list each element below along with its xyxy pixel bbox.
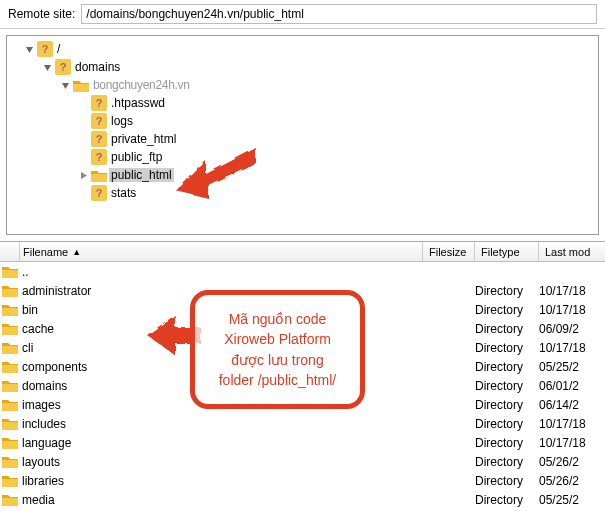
cell-filename: ..: [20, 265, 423, 279]
list-row[interactable]: librariesDirectory05/26/2: [0, 471, 605, 490]
cell-filename: language: [20, 436, 423, 450]
tree-label: public_html: [109, 168, 174, 182]
cell-lastmod: 06/01/2: [539, 379, 605, 393]
tree-row-private-html[interactable]: ? private_html: [7, 130, 598, 148]
cell-filetype: Directory: [475, 379, 539, 393]
list-row[interactable]: includesDirectory10/17/18: [0, 414, 605, 433]
col-icon-header[interactable]: [0, 242, 20, 261]
unknown-folder-icon: ?: [91, 131, 107, 147]
tree-row-host[interactable]: bongchuyen24h.vn: [7, 76, 598, 94]
sort-asc-icon: ▲: [72, 247, 81, 257]
col-filename-header[interactable]: Filename ▲: [20, 242, 423, 261]
folder-icon: [0, 455, 20, 468]
tree-label: domains: [73, 60, 122, 74]
col-filetype-label: Filetype: [481, 246, 520, 258]
cell-lastmod: 05/25/2: [539, 493, 605, 507]
cell-filetype: Directory: [475, 398, 539, 412]
unknown-folder-icon: ?: [91, 149, 107, 165]
col-filename-label: Filename: [23, 246, 68, 258]
tree-label: .htpasswd: [109, 96, 167, 110]
cell-filename: libraries: [20, 474, 423, 488]
svg-marker-0: [26, 47, 33, 53]
annotation-callout: Mã nguồn code Xiroweb Platform được lưu …: [190, 290, 365, 409]
cell-filetype: Directory: [475, 474, 539, 488]
col-filesize-label: Filesize: [429, 246, 466, 258]
folder-icon: [0, 360, 20, 373]
cell-filetype: Directory: [475, 360, 539, 374]
cell-filetype: Directory: [475, 417, 539, 431]
cell-filetype: Directory: [475, 284, 539, 298]
unknown-folder-icon: ?: [37, 41, 53, 57]
folder-icon: [0, 417, 20, 430]
folder-icon: [0, 265, 20, 278]
annotation-text: Mã nguồn code: [205, 309, 350, 329]
svg-marker-1: [44, 65, 51, 71]
tree-label: stats: [109, 186, 138, 200]
annotation-text: folder /public_html/: [205, 370, 350, 390]
annotation-text: được lưu trong: [205, 350, 350, 370]
remote-tree-panel[interactable]: ? / ? domains bongchuyen24h.vn ? .htpass…: [6, 35, 599, 235]
disclosure-closed-icon[interactable]: [77, 169, 89, 181]
cell-lastmod: 06/09/2: [539, 322, 605, 336]
col-filetype-header[interactable]: Filetype: [475, 242, 539, 261]
cell-filename: layouts: [20, 455, 423, 469]
folder-icon: [0, 303, 20, 316]
cell-lastmod: 10/17/18: [539, 303, 605, 317]
tree-label: bongchuyen24h.vn: [91, 78, 192, 92]
folder-icon: [0, 379, 20, 392]
cell-filename: includes: [20, 417, 423, 431]
col-filesize-header[interactable]: Filesize: [423, 242, 475, 261]
cell-lastmod: 10/17/18: [539, 284, 605, 298]
cell-lastmod: 05/25/2: [539, 360, 605, 374]
cell-lastmod: 05/26/2: [539, 455, 605, 469]
tree-label: /: [55, 42, 62, 56]
cell-lastmod: 10/17/18: [539, 436, 605, 450]
cell-lastmod: 10/17/18: [539, 341, 605, 355]
unknown-folder-icon: ?: [55, 59, 71, 75]
cell-filetype: Directory: [475, 303, 539, 317]
folder-icon: [0, 398, 20, 411]
tree-row-logs[interactable]: ? logs: [7, 112, 598, 130]
col-lastmod-header[interactable]: Last mod: [539, 242, 605, 261]
folder-icon: [0, 341, 20, 354]
folder-icon: [0, 284, 20, 297]
col-lastmod-label: Last mod: [545, 246, 590, 258]
unknown-folder-icon: ?: [91, 185, 107, 201]
cell-filetype: Directory: [475, 341, 539, 355]
cell-filetype: Directory: [475, 436, 539, 450]
remote-site-label: Remote site:: [8, 7, 75, 21]
disclosure-open-icon[interactable]: [41, 61, 53, 73]
cell-filetype: Directory: [475, 322, 539, 336]
folder-icon: [0, 474, 20, 487]
cell-filename: media: [20, 493, 423, 507]
folder-icon: [0, 493, 20, 506]
folder-icon: [0, 436, 20, 449]
annotation-text: Xiroweb Platform: [205, 329, 350, 349]
remote-path-input[interactable]: [81, 4, 597, 24]
cell-lastmod: 05/26/2: [539, 474, 605, 488]
tree-row-domains[interactable]: ? domains: [7, 58, 598, 76]
tree-row-htpasswd[interactable]: ? .htpasswd: [7, 94, 598, 112]
unknown-folder-icon: ?: [91, 113, 107, 129]
cell-lastmod: 10/17/18: [539, 417, 605, 431]
cell-filetype: Directory: [475, 493, 539, 507]
folder-icon: [0, 322, 20, 335]
tree-row-stats[interactable]: ? stats: [7, 184, 598, 202]
list-row[interactable]: layoutsDirectory05/26/2: [0, 452, 605, 471]
unknown-folder-icon: ?: [91, 95, 107, 111]
file-list-header[interactable]: Filename ▲ Filesize Filetype Last mod: [0, 242, 605, 262]
svg-marker-3: [81, 172, 87, 179]
disclosure-open-icon[interactable]: [23, 43, 35, 55]
tree-label: private_html: [109, 132, 178, 146]
tree-row-public-ftp[interactable]: ? public_ftp: [7, 148, 598, 166]
tree-label: public_ftp: [109, 150, 164, 164]
svg-marker-2: [62, 83, 69, 89]
list-row[interactable]: mediaDirectory05/25/2: [0, 490, 605, 509]
disclosure-open-icon[interactable]: [59, 79, 71, 91]
folder-icon: [73, 79, 89, 92]
tree-row-public-html[interactable]: public_html: [7, 166, 598, 184]
list-row[interactable]: ..: [0, 262, 605, 281]
list-row[interactable]: languageDirectory10/17/18: [0, 433, 605, 452]
tree-row-root[interactable]: ? /: [7, 40, 598, 58]
remote-path-bar: Remote site:: [0, 0, 605, 29]
